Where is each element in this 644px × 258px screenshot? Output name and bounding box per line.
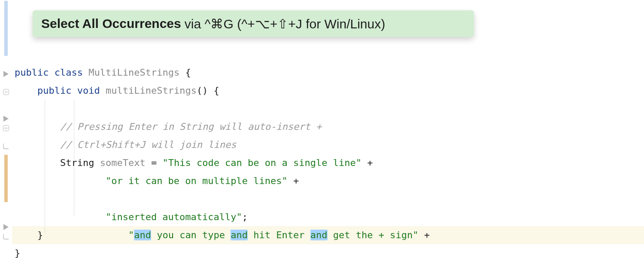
gutter-change-marker xyxy=(4,1,8,56)
fold-minus-icon[interactable] xyxy=(0,86,12,98)
brace: { xyxy=(179,67,191,78)
brace: } xyxy=(15,248,20,258)
svg-marker-3 xyxy=(3,116,9,122)
code-editor[interactable]: public class MultiLineStrings { public v… xyxy=(12,0,644,258)
code-line[interactable]: // Pressing Enter in String will auto-in… xyxy=(12,118,644,136)
method-name: multiLineStrings xyxy=(106,85,197,96)
code-line-current[interactable]: "and you can type and hit Enter and get … xyxy=(12,190,644,208)
tip-shortcut: via ^⌘G (^+⌥+⇧+J for Win/Linux) xyxy=(185,16,385,31)
operator: + xyxy=(361,157,373,168)
fold-end-icon[interactable] xyxy=(0,230,12,243)
code-line[interactable]: "inserted automatically"; xyxy=(12,208,644,226)
string-literal: "or it can be on multiple lines" xyxy=(106,175,288,186)
code-line[interactable]: // Ctrl+Shift+J will join lines xyxy=(12,136,644,154)
code-line[interactable] xyxy=(12,100,644,118)
code-line[interactable]: String someText = "This code can be on a… xyxy=(12,154,644,172)
comment: // Ctrl+Shift+J will join lines xyxy=(60,139,237,150)
string-literal: "inserted automatically" xyxy=(106,212,242,222)
tip-banner: Select All Occurrences via ^⌘G (^+⌥+⇧+J … xyxy=(33,10,474,37)
svg-marker-0 xyxy=(3,71,9,77)
variable: someText xyxy=(100,157,146,168)
gutter-change-marker xyxy=(4,155,8,202)
svg-marker-6 xyxy=(3,224,9,230)
code-line[interactable]: public class MultiLineStrings { xyxy=(12,64,644,82)
semicolon: ; xyxy=(242,212,248,222)
editor-gutter xyxy=(0,0,12,258)
code-line[interactable]: } xyxy=(12,244,644,258)
class-name: MultiLineStrings xyxy=(88,67,179,78)
keyword: public xyxy=(15,67,49,78)
parens: () xyxy=(197,85,208,96)
type: String xyxy=(60,157,94,168)
operator: + xyxy=(288,175,299,186)
code-line[interactable]: "or it can be on multiple lines" + xyxy=(12,172,644,190)
run-icon[interactable] xyxy=(0,68,12,80)
brace: { xyxy=(208,85,219,96)
string-literal: "This code can be on a single line" xyxy=(162,157,361,168)
operator: = xyxy=(146,157,163,168)
brace: } xyxy=(37,230,43,240)
blank-line xyxy=(12,54,644,64)
code-line[interactable]: public void multiLineStrings() { xyxy=(12,82,644,100)
keyword: void xyxy=(77,85,100,96)
keyword: public xyxy=(37,85,71,96)
tip-title: Select All Occurrences xyxy=(41,16,181,31)
fold-end-icon[interactable] xyxy=(0,140,12,152)
fold-minus-icon[interactable] xyxy=(0,122,12,134)
code-line[interactable]: } xyxy=(12,226,644,244)
keyword: class xyxy=(55,67,83,78)
blank-line xyxy=(12,36,644,54)
comment: // Pressing Enter in String will auto-in… xyxy=(60,121,322,132)
